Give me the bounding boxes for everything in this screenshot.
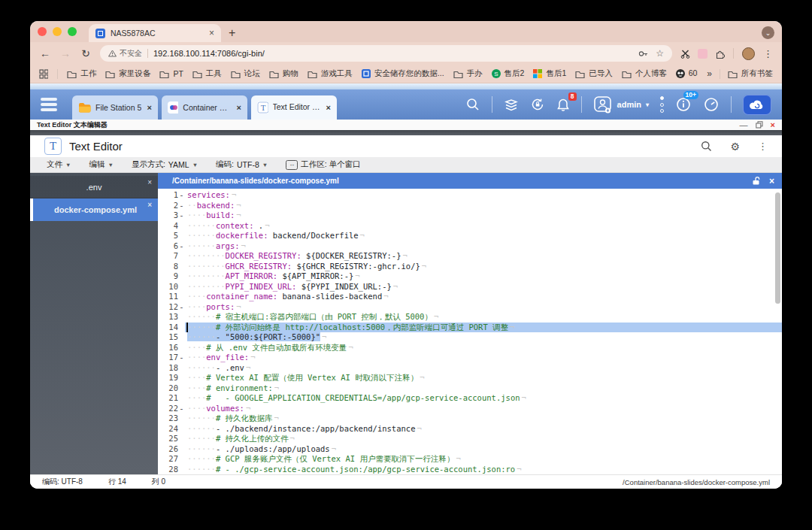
fold-marker-icon[interactable]: -: [178, 190, 185, 201]
code-line-content[interactable]: ······# 外部访问始终是 http://localhost:5000，内部…: [185, 323, 782, 333]
window-restore-button[interactable]: [756, 121, 763, 129]
pilot-dots-button[interactable]: [660, 96, 664, 113]
fold-marker-icon[interactable]: -: [178, 302, 185, 313]
bookmark-item[interactable]: 购物: [269, 68, 298, 79]
menu-encoding[interactable]: 编码: UTF-8 ▼: [216, 159, 268, 170]
bookmark-item[interactable]: 已导入: [575, 68, 613, 79]
line-number-gutter[interactable]: 27: [158, 454, 185, 465]
bookmark-item[interactable]: 60秒看世界: [676, 68, 698, 79]
code-line-content[interactable]: ····# Vertex AI 配置（使用 Vertex AI 时取消以下注释）…: [185, 373, 782, 383]
code-line-content[interactable]: ····build:¬: [185, 210, 782, 221]
line-number-gutter[interactable]: 25: [158, 434, 185, 444]
document-close-icon[interactable]: ×: [769, 177, 774, 186]
code-line-content[interactable]: ········APT_MIRROR: ${APT_MIRROR:-}¬: [185, 271, 782, 282]
code-line-content[interactable]: ······# - ./gcp-service-account.json:/ap…: [185, 465, 782, 475]
open-file-item[interactable]: .env×: [30, 176, 158, 198]
bookmark-item[interactable]: 安全储存您的数据...: [362, 68, 444, 79]
menu-file[interactable]: 文件▼: [47, 159, 71, 170]
bookmark-item[interactable]: 论坛: [231, 68, 260, 79]
code-line-content[interactable]: ······# 持久化数据库¬: [185, 413, 782, 424]
bookmark-item[interactable]: 个人博客: [622, 68, 667, 79]
code-line-content[interactable]: services:¬: [185, 190, 782, 201]
bookmark-item[interactable]: PT: [159, 69, 183, 78]
menu-edit[interactable]: 编辑▼: [89, 159, 113, 170]
security-scan-button[interactable]: [530, 97, 545, 112]
address-bar[interactable]: 不安全 192.168.100.114:7086/cgi-bin/ ☆: [100, 45, 672, 62]
code-line[interactable]: 23······# 持久化数据库¬: [158, 413, 782, 424]
code-line[interactable]: 26······- ./uploads:/app/uploads¬: [158, 444, 782, 455]
main-menu-button[interactable]: [41, 98, 57, 111]
line-number-gutter[interactable]: 5: [158, 231, 185, 241]
code-line[interactable]: 22-····volumes:¬: [158, 404, 782, 414]
code-line-content[interactable]: ······- ./uploads:/app/uploads¬: [185, 444, 782, 455]
fold-marker-icon[interactable]: -: [178, 404, 185, 414]
bookmark-item[interactable]: 售后1: [533, 68, 566, 79]
bookmark-item[interactable]: 游戏工具: [308, 68, 353, 79]
line-number-gutter[interactable]: 28: [158, 465, 185, 475]
notifications-button[interactable]: 8: [556, 98, 570, 112]
code-line[interactable]: 11····container_name: banana-slides-back…: [158, 292, 782, 302]
new-tab-button[interactable]: +: [229, 26, 235, 40]
code-line[interactable]: 27······# GCP 服务账户文件（仅 Vertex AI 用户需要取消下…: [158, 454, 782, 465]
tab-search-button[interactable]: ⌄: [762, 26, 774, 39]
browser-tab[interactable]: NAS5878AC ×: [89, 24, 221, 42]
fold-marker-icon[interactable]: -: [178, 241, 185, 252]
fullscreen-window-button[interactable]: [68, 27, 77, 36]
code-editor[interactable]: 1-services:¬2-··backend:¬3-····build:¬4·…: [158, 189, 782, 474]
bookmark-item[interactable]: 家里设备: [105, 68, 150, 79]
code-line[interactable]: 28······# - ./gcp-service-account.json:/…: [158, 465, 782, 475]
code-line-content[interactable]: ····# - GOOGLE_APPLICATION_CREDENTIALS=/…: [185, 393, 782, 404]
code-line-content[interactable]: ······context: .¬: [185, 221, 782, 232]
code-line[interactable]: 8········GHCR_REGISTRY: ${GHCR_REGISTRY:…: [158, 262, 782, 272]
close-window-button[interactable]: [38, 27, 47, 36]
pink-extension-icon[interactable]: [698, 49, 707, 59]
code-line[interactable]: 6-······args:¬: [158, 241, 782, 252]
bookmark-item[interactable]: 工作: [67, 68, 96, 79]
line-number-gutter[interactable]: 11: [158, 292, 185, 302]
line-number-gutter[interactable]: 20: [158, 383, 185, 394]
code-line[interactable]: 13······# 宿主机端口:容器内部端口（由 PORT 控制，默认 5000…: [158, 312, 782, 323]
taskbar-app-tab[interactable]: Container Sta...×: [162, 95, 247, 120]
window-minimize-button[interactable]: —: [740, 121, 748, 129]
line-number-gutter[interactable]: 16: [158, 343, 185, 353]
puzzle-extensions-icon[interactable]: [715, 49, 725, 59]
code-line-content[interactable]: ······# 持久化上传的文件¬: [185, 434, 782, 444]
code-line[interactable]: 15······- "5000:${PORT:-5000}"¬: [158, 332, 782, 343]
scissors-extension-icon[interactable]: [680, 49, 690, 59]
tab-close-icon[interactable]: ×: [209, 29, 214, 38]
resource-monitor-button[interactable]: [703, 96, 720, 113]
taskbar-app-close-icon[interactable]: ×: [237, 103, 241, 112]
user-menu[interactable]: admin ▾: [593, 95, 649, 114]
system-health-button[interactable]: 10+: [675, 96, 692, 113]
fold-marker-icon[interactable]: -: [178, 353, 185, 363]
reload-button[interactable]: ↻: [80, 48, 92, 59]
bookmark-item[interactable]: 手办: [453, 68, 483, 79]
code-line-content[interactable]: ······- ./backend/instance:/app/backend/…: [185, 424, 782, 435]
code-line-content[interactable]: ····env_file:¬: [185, 353, 782, 363]
code-line-content[interactable]: ······- "5000:${PORT:-5000}"¬: [185, 332, 782, 343]
password-key-icon[interactable]: [638, 50, 648, 57]
profile-avatar[interactable]: [742, 47, 755, 60]
code-line[interactable]: 19····# Vertex AI 配置（使用 Vertex AI 时取消以下注…: [158, 373, 782, 383]
quickconnect-button[interactable]: [743, 95, 771, 115]
fold-marker-icon[interactable]: -: [178, 201, 185, 211]
bookmark-item[interactable]: 工具: [192, 68, 222, 79]
code-line-content[interactable]: ··backend:¬: [185, 201, 782, 211]
line-number-gutter[interactable]: 18: [158, 363, 185, 374]
forward-button[interactable]: →: [59, 48, 71, 59]
line-number-gutter[interactable]: 21: [158, 393, 185, 404]
browser-menu-icon[interactable]: ⋮: [763, 48, 773, 59]
line-number-gutter[interactable]: 9: [158, 271, 185, 282]
code-line[interactable]: 21····# - GOOGLE_APPLICATION_CREDENTIALS…: [158, 393, 782, 404]
code-line-content[interactable]: ······dockerfile: backend/Dockerfile¬: [185, 231, 782, 241]
line-number-gutter[interactable]: 17-: [158, 353, 185, 363]
line-number-gutter[interactable]: 12-: [158, 302, 185, 313]
code-line[interactable]: 9········APT_MIRROR: ${APT_MIRROR:-}¬: [158, 271, 782, 282]
bookmark-star-icon[interactable]: ☆: [656, 49, 664, 58]
code-line[interactable]: 17-····env_file:¬: [158, 353, 782, 363]
code-line-content[interactable]: ······# GCP 服务账户文件（仅 Vertex AI 用户需要取消下一行…: [185, 454, 782, 465]
code-line[interactable]: 1-services:¬: [158, 190, 782, 201]
code-line-content[interactable]: ······args:¬: [185, 241, 782, 252]
code-line-content[interactable]: ····volumes:¬: [185, 404, 782, 414]
code-line[interactable]: 2-··backend:¬: [158, 201, 782, 211]
